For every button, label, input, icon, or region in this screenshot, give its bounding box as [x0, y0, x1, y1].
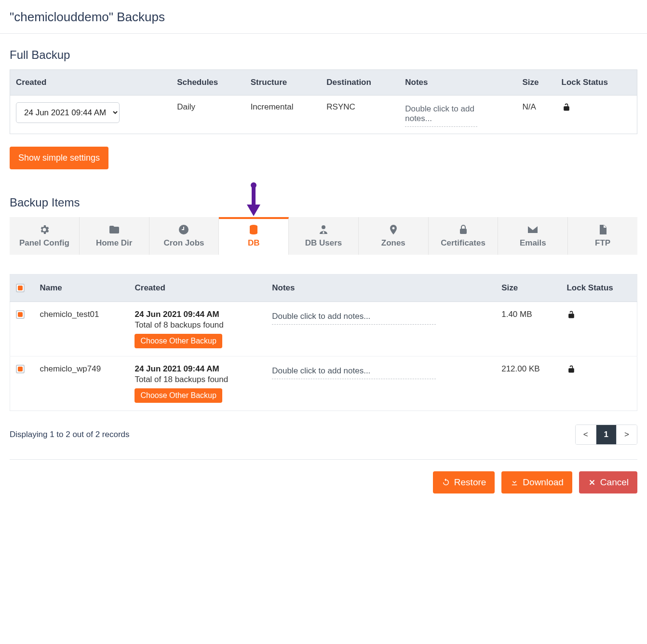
- gear-icon: [12, 224, 77, 236]
- svg-point-0: [251, 182, 256, 188]
- tab-emails[interactable]: Emails: [498, 217, 568, 255]
- cell-created-date: 24 Jun 2021 09:44 AM: [135, 310, 260, 319]
- row-checkbox[interactable]: [16, 365, 25, 373]
- col-destination: Destination: [321, 70, 399, 96]
- tab-db-users[interactable]: DB Users: [289, 217, 359, 255]
- tab-label: Zones: [381, 238, 405, 247]
- col-schedules: Schedules: [171, 70, 244, 96]
- cell-created-date: 24 Jun 2021 09:44 AM: [135, 364, 260, 374]
- tab-label: Panel Config: [19, 238, 69, 247]
- map-pin-icon: [361, 224, 426, 236]
- tab-db[interactable]: DB: [219, 217, 289, 255]
- tab-home-dir[interactable]: Home Dir: [80, 217, 149, 255]
- envelope-icon: [500, 224, 566, 236]
- col-size: Size: [496, 274, 561, 302]
- choose-other-backup-button[interactable]: Choose Other Backup: [135, 334, 222, 348]
- tab-ftp[interactable]: FTP: [568, 217, 637, 255]
- col-lock: Lock Status: [561, 274, 637, 302]
- tab-label: DB Users: [305, 238, 342, 247]
- col-size: Size: [516, 70, 555, 96]
- notes-editable[interactable]: Double click to add notes...: [272, 364, 436, 379]
- col-lock: Lock Status: [556, 70, 637, 96]
- cell-structure: Incremental: [245, 96, 321, 134]
- backup-items-heading: Backup Items: [10, 196, 637, 209]
- tab-label: Cron Jobs: [163, 238, 204, 247]
- restore-button[interactable]: Restore: [433, 471, 495, 493]
- user-tie-icon: [291, 224, 356, 236]
- cancel-button[interactable]: Cancel: [579, 471, 637, 493]
- refresh-icon: [442, 478, 450, 487]
- clock-icon: [151, 224, 217, 236]
- svg-point-3: [322, 225, 325, 229]
- tab-certificates[interactable]: Certificates: [429, 217, 499, 255]
- notes-editable[interactable]: Double click to add notes...: [272, 310, 436, 325]
- row-checkbox[interactable]: [16, 310, 25, 319]
- col-structure: Structure: [245, 70, 321, 96]
- database-icon: [221, 224, 286, 236]
- unlock-icon[interactable]: [562, 105, 571, 114]
- col-created: Created: [10, 70, 172, 96]
- col-notes: Notes: [399, 70, 516, 96]
- lock-icon: [431, 224, 496, 236]
- pagination: < 1 >: [575, 425, 637, 445]
- col-notes: Notes: [266, 274, 496, 302]
- col-name: Name: [34, 274, 129, 302]
- unlock-icon[interactable]: [566, 312, 576, 321]
- table-row: chemiclo_test01 24 Jun 2021 09:44 AM Tot…: [10, 302, 637, 356]
- download-icon: [510, 478, 519, 487]
- page-prev-button[interactable]: <: [576, 425, 596, 444]
- full-backup-table: Created Schedules Structure Destination …: [10, 69, 637, 134]
- divider: [0, 33, 647, 34]
- cell-name: chemiclo_wp749: [34, 356, 129, 411]
- tab-label: Home Dir: [96, 238, 133, 247]
- full-backup-heading: Full Backup: [10, 48, 637, 62]
- cell-name: chemiclo_test01: [34, 302, 129, 356]
- close-icon: [588, 478, 596, 487]
- file-icon: [570, 224, 635, 236]
- page-title: "chemiclouddemo" Backups: [10, 10, 637, 25]
- cell-created-sub: Total of 18 backups found: [135, 375, 260, 384]
- tab-zones[interactable]: Zones: [359, 217, 429, 255]
- backup-items-table: Name Created Notes Size Lock Status chem…: [10, 274, 637, 411]
- tab-cron-jobs[interactable]: Cron Jobs: [149, 217, 219, 255]
- tab-label: Certificates: [441, 238, 485, 247]
- page-current-button[interactable]: 1: [596, 425, 617, 444]
- cell-schedules: Daily: [171, 96, 244, 134]
- select-all-checkbox[interactable]: [16, 284, 25, 292]
- notes-editable[interactable]: Double click to add notes...: [405, 102, 477, 127]
- tab-label: DB: [248, 238, 260, 247]
- page-next-button[interactable]: >: [617, 425, 637, 444]
- cell-size: 1.40 MB: [496, 302, 561, 356]
- cell-size: 212.00 KB: [496, 356, 561, 411]
- tab-label: FTP: [595, 238, 610, 247]
- cell-destination: RSYNC: [321, 96, 399, 134]
- unlock-icon[interactable]: [566, 367, 576, 376]
- cell-size: N/A: [516, 96, 555, 134]
- records-display-text: Displaying 1 to 2 out of 2 records: [10, 430, 130, 439]
- tab-label: Emails: [520, 238, 546, 247]
- backup-item-tabs: Panel Config Home Dir Cron Jobs DB DB Us…: [10, 217, 637, 255]
- table-row: chemiclo_wp749 24 Jun 2021 09:44 AM Tota…: [10, 356, 637, 411]
- created-date-select[interactable]: 24 Jun 2021 09:44 AM: [16, 102, 120, 123]
- tab-panel-config[interactable]: Panel Config: [10, 217, 80, 255]
- col-created: Created: [129, 274, 266, 302]
- show-simple-settings-button[interactable]: Show simple settings: [10, 147, 108, 169]
- choose-other-backup-button[interactable]: Choose Other Backup: [135, 388, 222, 403]
- download-button[interactable]: Download: [501, 471, 572, 493]
- folder-icon: [81, 224, 147, 236]
- cell-created-sub: Total of 8 backups found: [135, 320, 260, 330]
